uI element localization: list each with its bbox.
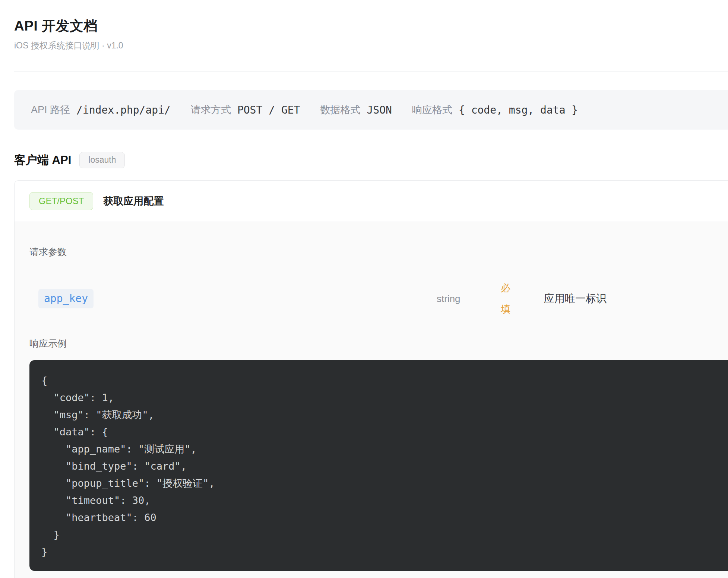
info-value: JSON <box>367 104 392 116</box>
param-row-app-key: app_key string 必填 应用唯一标识 <box>29 277 728 320</box>
http-method-badge: GET/POST <box>29 192 93 210</box>
page-title: API 开发文档 <box>14 18 728 34</box>
page-subtitle: iOS 授权系统接口说明 · v1.0 <box>14 40 728 51</box>
endpoint-card-body: 请求参数 app_key string 必填 应用唯一标识 响应示例 { "co… <box>15 222 728 578</box>
param-type: string <box>437 293 501 305</box>
endpoint-card-header: GET/POST 获取应用配置 <box>15 181 728 222</box>
client-api-section-head: 客户端 API losauth <box>14 152 728 168</box>
info-item-request-method: 请求方式 POST / GET <box>191 103 300 117</box>
response-example-heading: 响应示例 <box>29 339 728 348</box>
info-label: API 路径 <box>31 103 70 117</box>
param-required-flag: 必填 <box>501 277 512 320</box>
param-required-cell: 必填 <box>501 277 542 320</box>
client-api-title: 客户端 API <box>14 152 71 168</box>
endpoint-card: GET/POST 获取应用配置 请求参数 app_key string 必填 应… <box>14 180 728 578</box>
response-example-code-block: { "code": 1, "msg": "获取成功", "data": { "a… <box>29 360 728 571</box>
info-item-api-path: API 路径 /index.php/api/ <box>31 103 171 117</box>
param-name-chip: app_key <box>38 289 94 308</box>
info-label: 响应格式 <box>412 103 452 117</box>
losauth-badge: losauth <box>79 152 125 168</box>
info-value: { code, msg, data } <box>459 104 578 116</box>
info-item-data-format: 数据格式 JSON <box>320 103 392 117</box>
param-name-cell: app_key <box>29 289 437 308</box>
info-label: 数据格式 <box>320 103 360 117</box>
json-code: { "code": 1, "msg": "获取成功", "data": { "a… <box>41 372 715 560</box>
endpoint-title: 获取应用配置 <box>103 194 164 208</box>
api-doc-page: API 开发文档 iOS 授权系统接口说明 · v1.0 API 路径 /ind… <box>0 18 728 578</box>
param-description: 应用唯一标识 <box>542 292 728 306</box>
api-info-bar: API 路径 /index.php/api/ 请求方式 POST / GET 数… <box>14 90 728 130</box>
info-value: POST / GET <box>237 104 300 116</box>
header-divider <box>14 71 728 72</box>
info-item-response-format: 响应格式 { code, msg, data } <box>412 103 578 117</box>
info-label: 请求方式 <box>191 103 231 117</box>
request-params-heading: 请求参数 <box>29 247 728 257</box>
info-value: /index.php/api/ <box>76 104 171 116</box>
